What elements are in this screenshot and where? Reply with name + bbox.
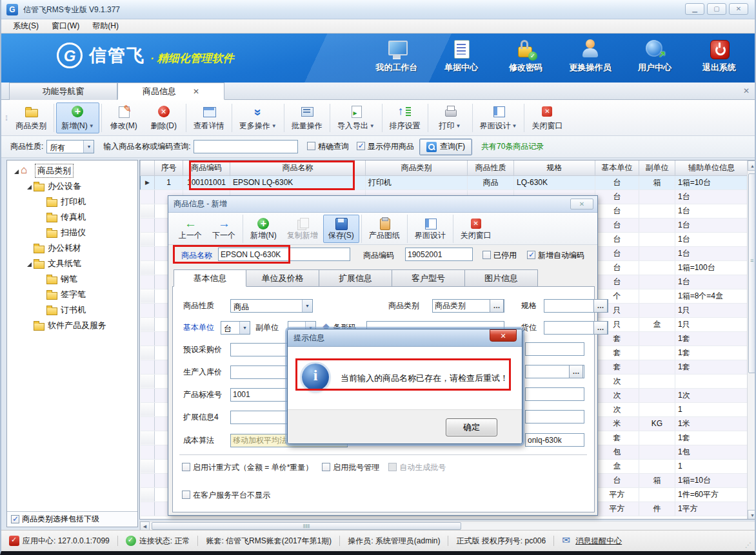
- toolbar-button[interactable]: 查看详情: [188, 102, 230, 133]
- toolbar-button[interactable]: 修改(M): [104, 102, 144, 133]
- tree-item[interactable]: 文具纸笔: [7, 256, 137, 271]
- toolbar-button[interactable]: 产品图纸: [364, 215, 405, 243]
- product-code-input[interactable]: [405, 248, 473, 261]
- tree-expand-icon[interactable]: [12, 166, 20, 176]
- tree-item[interactable]: 扫描仪: [7, 225, 137, 240]
- column-header[interactable]: 商品性质: [468, 161, 514, 175]
- toolbar-button[interactable]: 关闭窗口: [526, 102, 568, 133]
- dialog-close-button[interactable]: ✕: [570, 199, 593, 209]
- category-picker-button[interactable]: …: [490, 299, 504, 313]
- scroll-left-icon[interactable]: ◀: [140, 521, 150, 531]
- banner-tool[interactable]: 用户中心: [631, 39, 679, 73]
- scroll-down-icon[interactable]: ▼: [748, 510, 756, 520]
- close-button[interactable]: ✕: [729, 3, 748, 15]
- vertical-scrollbar[interactable]: ▲ ▼: [747, 161, 756, 520]
- toolbar-button[interactable]: 界面设计▼: [475, 102, 522, 133]
- dialog-tab[interactable]: 扩展信息: [319, 269, 392, 287]
- tabbar-close-icon[interactable]: ✕: [743, 86, 750, 95]
- nature-select[interactable]: 商品▼: [230, 299, 313, 313]
- alert-close-button[interactable]: ✕: [490, 329, 517, 342]
- dialog-tab[interactable]: 客户型号: [392, 269, 465, 287]
- tree-item[interactable]: 软件产品及服务: [7, 318, 137, 333]
- tree-item[interactable]: 传真机: [7, 209, 137, 225]
- show-disabled-checkbox[interactable]: 显示停用商品: [357, 141, 414, 152]
- hide-platform-checkbox[interactable]: 在客户服务平台不显示: [182, 490, 270, 501]
- alert-title-bar[interactable]: 提示信息: [288, 329, 522, 347]
- search-input[interactable]: [194, 140, 298, 153]
- ok-button[interactable]: 确定: [446, 418, 497, 436]
- column-header[interactable]: 商品类别: [366, 161, 468, 175]
- batch-mgmt-checkbox[interactable]: 启用批号管理: [322, 462, 379, 473]
- resize-grip[interactable]: ⋰: [745, 541, 752, 549]
- banner-tool[interactable]: 我的工作台: [373, 39, 421, 73]
- banner-tool[interactable]: 退出系统: [695, 39, 743, 73]
- spec-picker-button[interactable]: …: [593, 299, 608, 313]
- checkbox-icon[interactable]: [182, 491, 190, 499]
- right-picker-button[interactable]: …: [569, 365, 583, 378]
- column-header[interactable]: 商品编码: [183, 161, 230, 175]
- tab-function-nav[interactable]: 功能导航窗: [9, 83, 117, 100]
- chevron-down-icon[interactable]: ▼: [83, 141, 94, 153]
- toolbar-button[interactable]: 打印▼: [430, 102, 470, 133]
- toolbar-button[interactable]: 批量操作: [286, 102, 328, 133]
- column-header[interactable]: 副单位: [639, 161, 675, 175]
- chevron-down-icon[interactable]: ▼: [302, 300, 312, 312]
- menu-item[interactable]: 系统(S): [6, 19, 45, 33]
- checkbox-icon[interactable]: [357, 142, 365, 150]
- dialog-tab[interactable]: 基本信息: [174, 269, 246, 287]
- maximize-button[interactable]: ▢: [707, 3, 726, 15]
- checkbox-icon[interactable]: [527, 251, 535, 259]
- chevron-down-icon[interactable]: ▼: [89, 123, 94, 129]
- scroll-up-icon[interactable]: ▲: [748, 161, 756, 171]
- column-header[interactable]: 基本单位: [595, 161, 639, 175]
- column-header[interactable]: 规格: [514, 161, 595, 175]
- chevron-down-icon[interactable]: ▼: [239, 322, 250, 334]
- menu-item[interactable]: 窗口(W): [45, 19, 86, 33]
- checkbox-icon[interactable]: [11, 515, 19, 523]
- product-name-input[interactable]: [218, 248, 350, 261]
- scrollbar-thumb[interactable]: ⦀⦀⦀: [152, 522, 461, 530]
- nature-filter-select[interactable]: 所有 ▼: [46, 140, 94, 153]
- checkbox-icon[interactable]: [182, 463, 190, 471]
- tree-item[interactable]: 办公耗材: [7, 240, 137, 256]
- column-header[interactable]: 辅助单位信息: [675, 161, 748, 175]
- toolbar-button[interactable]: 下一个: [207, 215, 241, 243]
- right-input-row7[interactable]: [525, 433, 584, 447]
- chevron-down-icon[interactable]: ▼: [370, 123, 375, 129]
- scrollbar-thumb[interactable]: [748, 173, 756, 373]
- weight-mode-checkbox[interactable]: 启用计重方式（金额 = 单价*重量）: [182, 462, 313, 473]
- chevron-down-icon[interactable]: ▼: [456, 123, 461, 129]
- banner-tool[interactable]: 更换操作员: [566, 39, 614, 73]
- tree-expand-icon[interactable]: [25, 182, 33, 191]
- column-header[interactable]: 商品名称: [230, 161, 366, 175]
- query-button[interactable]: 查询(F): [419, 139, 472, 155]
- right-input-row3[interactable]: [525, 342, 584, 356]
- checkbox-icon[interactable]: [482, 251, 491, 259]
- checkbox-icon[interactable]: [307, 142, 315, 150]
- tree-item[interactable]: 签字笔: [7, 287, 137, 302]
- banner-tool[interactable]: 单据中心: [437, 39, 485, 73]
- base-unit-select[interactable]: 台▼: [221, 321, 250, 335]
- tree-expand-icon[interactable]: [25, 259, 33, 269]
- toolbar-button[interactable]: 商品类别: [10, 102, 52, 133]
- toolbar-button[interactable]: 上一个: [174, 215, 207, 243]
- tree-item[interactable]: 办公设备: [7, 179, 137, 194]
- right-input-row6[interactable]: [525, 410, 584, 424]
- tab-close-icon[interactable]: ✕: [193, 87, 199, 96]
- toolbar-button[interactable]: 排序设置: [384, 102, 426, 133]
- checkbox-icon[interactable]: [322, 463, 330, 471]
- toolbar-button[interactable]: 更多操作▼: [234, 102, 282, 133]
- exact-query-checkbox[interactable]: 精确查询: [307, 141, 349, 152]
- tree-item[interactable]: 商品类别: [7, 163, 137, 179]
- tab-product-info[interactable]: 商品信息 ✕: [117, 83, 224, 100]
- tree-item[interactable]: 钢笔: [7, 271, 137, 287]
- toolbar-button[interactable]: 删除(D): [144, 102, 184, 133]
- column-header[interactable]: 序号: [155, 161, 183, 175]
- message-center-link[interactable]: 消息提醒中心: [554, 536, 630, 547]
- toolbar-button[interactable]: 新增(N): [245, 215, 282, 243]
- stopped-checkbox[interactable]: 已停用: [482, 250, 517, 261]
- location-picker-button[interactable]: …: [593, 321, 608, 335]
- minimize-button[interactable]: ▁: [685, 3, 704, 15]
- toolbar-button[interactable]: 关闭窗口: [455, 215, 497, 243]
- dialog-tab[interactable]: 图片信息: [465, 269, 538, 287]
